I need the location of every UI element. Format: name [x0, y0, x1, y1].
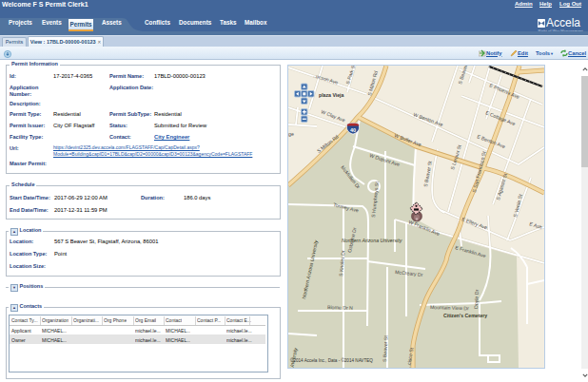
svg-text:Northern Arizona University: Northern Arizona University: [342, 238, 402, 243]
svg-text:Doyle Dr: Doyle Dr: [473, 289, 480, 309]
svg-text:Biome Dr N: Biome Dr N: [327, 304, 353, 311]
svg-text:plaza Vieja: plaza Vieja: [319, 92, 344, 98]
svg-text:©2014 Accela Inc., Data - ©201: ©2014 Accela Inc., Data - ©2014 NAVTEQ: [290, 357, 373, 363]
svg-text:ge: ge: [288, 131, 294, 137]
svg-text:Citizen's Cemetery: Citizen's Cemetery: [443, 313, 487, 318]
svg-text:40: 40: [350, 127, 356, 133]
